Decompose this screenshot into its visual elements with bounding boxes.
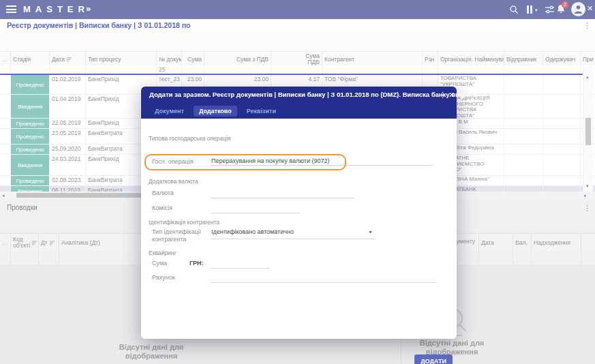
- col-receiver[interactable]: Одержувач: [543, 52, 581, 66]
- col-right-currency[interactable]: Вал.: [513, 234, 532, 252]
- ident-type-select[interactable]: Ідентифіковано автоматично: [211, 228, 294, 235]
- scroll-down-icon[interactable]: ▾: [586, 183, 589, 189]
- col-rzn[interactable]: Рзн: [423, 52, 438, 66]
- col-obj-code[interactable]: Код об'єкті: [11, 234, 39, 252]
- table-cell: [504, 75, 543, 94]
- more-options-icon[interactable]: ⋮: [583, 21, 591, 30]
- account-label: Рахунок: [152, 274, 175, 281]
- cell-stage: Проведено: [11, 119, 50, 128]
- dialog-close-icon[interactable]: ✕: [448, 91, 455, 100]
- dropdown-caret-icon[interactable]: ▼: [368, 230, 373, 234]
- currency-input[interactable]: [211, 198, 354, 198]
- tab-документ[interactable]: Документ: [149, 106, 189, 117]
- table-cell: [543, 65, 581, 74]
- menu-icon[interactable]: [6, 5, 16, 13]
- table-cell: [543, 145, 581, 154]
- col-org[interactable]: Організація. Найменуванн: [438, 52, 504, 66]
- col-vat[interactable]: Сума ПДВ: [271, 52, 322, 66]
- tab-active-додатково[interactable]: Додатково: [194, 106, 237, 117]
- commission-input[interactable]: [211, 213, 300, 213]
- sort-icon[interactable]: [32, 240, 37, 245]
- col-right-income[interactable]: Надходження: [532, 234, 581, 252]
- vertical-scroll-thumb[interactable]: [585, 118, 591, 145]
- currency-label: Валюта: [152, 189, 174, 196]
- tune-icon[interactable]: [545, 5, 555, 14]
- col-note[interactable]: При: [581, 52, 595, 66]
- gosp-operation-input[interactable]: Перерахування на покупку валюти (9072): [211, 157, 329, 164]
- table-cell: [504, 176, 543, 185]
- col-right-date[interactable]: Дата: [479, 234, 513, 252]
- col-dt[interactable]: Дт: [39, 234, 59, 252]
- povodky-more-icon[interactable]: ⋮: [583, 204, 591, 213]
- header-dots[interactable]: ...: [0, 52, 11, 66]
- cell-stage: Введення: [11, 155, 50, 175]
- add-by-sample-dialog: Додати за зразком. Реєстр документів | В…: [141, 87, 457, 339]
- povodky-title: Проводки: [7, 204, 37, 211]
- scroll-left-icon[interactable]: ◂: [2, 193, 5, 198]
- cell-stage: Проведено: [11, 129, 50, 144]
- pause-icon[interactable]: [526, 5, 533, 14]
- col-counterparty[interactable]: Контрагент: [322, 52, 423, 66]
- table-cell: [11, 65, 50, 74]
- search-icon[interactable]: [509, 5, 519, 14]
- col-sum-vat[interactable]: Сума з ПДВ: [204, 52, 271, 66]
- avatar[interactable]: [571, 2, 585, 16]
- col-sender[interactable]: Відправник: [504, 52, 543, 66]
- table-cell: [0, 119, 11, 128]
- section-counterparty-ident: Ідентифікація контрагента: [149, 219, 219, 226]
- acquiring-sum-input[interactable]: [211, 268, 270, 269]
- table-cell: [322, 65, 423, 74]
- dialog-title: Додати за зразком. Реєстр документів | В…: [149, 91, 477, 98]
- col-vat-label: Сума ПДВ: [299, 53, 320, 65]
- dialog-tabs: ДокументДодатковоРеквізити: [141, 104, 457, 119]
- empty-state-left: Відсутні дані для відображення: [97, 343, 206, 361]
- vertical-scrollbar[interactable]: ▴ ▾: [583, 66, 593, 192]
- cell-stage: Проведено: [11, 145, 50, 154]
- empty-state-right: Відсутні дані для відображення: [397, 339, 506, 357]
- col-date[interactable]: Дата: [50, 52, 86, 66]
- table-cell: [50, 65, 86, 74]
- section-typical-operation: Типова господарська операція: [149, 135, 230, 142]
- table-cell: [504, 145, 543, 154]
- sort-icon[interactable]: [50, 240, 55, 245]
- account-input[interactable]: [211, 282, 436, 283]
- col-process[interactable]: Тип процесу: [86, 52, 157, 66]
- status-badge: Проведено: [11, 145, 49, 154]
- cell-doc-no: 25: [157, 65, 182, 74]
- close-icon[interactable]: ✕: [587, 4, 593, 13]
- table-row-partial[interactable]: 25: [0, 65, 595, 74]
- scroll-up-icon[interactable]: ▴: [586, 74, 589, 80]
- table-cell: [0, 145, 11, 154]
- add-button[interactable]: ДОДАТИ: [414, 354, 453, 364]
- notification-badge: 2: [562, 1, 568, 8]
- col-sum[interactable]: Сума: [182, 52, 204, 66]
- table-cell: [543, 129, 581, 144]
- dialog-header: Додати за зразком. Реєстр документів | В…: [141, 87, 457, 104]
- registry-table-header: ... Стадія Дата Тип процесу № докуме Сум…: [0, 51, 595, 67]
- section-extra-currency: Додаткова валюта: [149, 178, 198, 185]
- cell-date: 22.05.2019: [50, 119, 86, 128]
- table-cell: [504, 65, 543, 74]
- table-cell: [543, 155, 581, 175]
- povodky-header-dots[interactable]: ...: [0, 234, 11, 252]
- pause-caret-icon[interactable]: ▾: [535, 7, 538, 13]
- table-cell: [543, 176, 581, 185]
- cell-date: 25.09.2020: [50, 145, 86, 154]
- table-cell: [543, 95, 581, 118]
- dialog-more-icon[interactable]: ⋮: [439, 91, 446, 100]
- status-badge: Проведено: [11, 176, 49, 185]
- status-badge: Проведено: [11, 129, 49, 144]
- dialog-body: Типова господарська операція Госп. опера…: [141, 119, 457, 339]
- sort-icon[interactable]: [67, 57, 72, 62]
- acquiring-sum-label: Сума: [152, 260, 167, 267]
- tab-реквізити[interactable]: Реквізити: [241, 106, 281, 117]
- table-cell: [0, 95, 11, 118]
- cell-date: 02.08.2023: [50, 176, 86, 185]
- table-cell: [0, 129, 11, 144]
- col-doc-no[interactable]: № докуме: [157, 52, 182, 66]
- col-stage[interactable]: Стадія: [11, 52, 50, 66]
- empty-line1: Відсутні дані для: [97, 343, 206, 352]
- breadcrumb[interactable]: Реєстр документів | Виписки банку | З 01…: [7, 21, 191, 29]
- scroll-right-icon[interactable]: ▸: [584, 193, 587, 198]
- cell-stage: Проведено: [11, 176, 50, 185]
